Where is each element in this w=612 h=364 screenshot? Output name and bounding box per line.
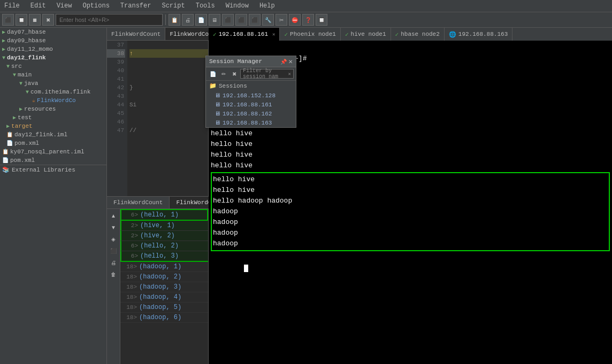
- session-manager-close[interactable]: ✕: [288, 59, 293, 65]
- terminal-tab-3[interactable]: ✓ hive node1: [341, 28, 391, 41]
- tree-item-pom1[interactable]: 📄 pom.xml: [0, 139, 106, 148]
- folder-icon: ▶: [13, 114, 16, 121]
- output-btn-6[interactable]: 🗑: [109, 270, 118, 280]
- tree-item-test[interactable]: ▶ test: [0, 113, 106, 122]
- session-item-4[interactable]: 🖥 192.168.88.163: [206, 118, 296, 127]
- tree-item-day07[interactable]: ▶ day07_hbase: [0, 28, 106, 36]
- row-num: 6>: [121, 241, 140, 251]
- tree-item-java[interactable]: ▼ java: [0, 79, 106, 88]
- toolbar-btn-12[interactable]: 🔧: [262, 14, 274, 26]
- toolbar-btn-5[interactable]: 📋: [169, 14, 180, 26]
- output-btn-4[interactable]: ⬛: [109, 246, 118, 256]
- toolbar-btn-11[interactable]: ⬛: [249, 14, 261, 26]
- menu-tools[interactable]: Tools: [194, 1, 217, 11]
- tree-item-ky07iml[interactable]: 📋 ky07_nosql_parent.iml: [0, 148, 106, 156]
- tab-check: ✓: [213, 31, 217, 38]
- toolbar-btn-15[interactable]: ❓: [302, 14, 314, 26]
- sm-btn-1[interactable]: 📄: [208, 69, 218, 79]
- menu-bar: File Edit View Options Transfer Script T…: [0, 0, 612, 12]
- terminal-tab-1[interactable]: ✓ 192.168.88.161 ✕: [209, 28, 280, 41]
- toolbar-btn-9[interactable]: ⬛: [222, 14, 234, 26]
- toolbar-btn-1[interactable]: ⬛: [2, 14, 14, 26]
- line-num-46: 46: [107, 118, 125, 126]
- terminal-tab-4[interactable]: ✓ hbase node2: [391, 28, 445, 41]
- menu-help[interactable]: Help: [257, 1, 277, 11]
- menu-file[interactable]: File: [2, 1, 22, 11]
- toolbar-btn-6[interactable]: 🖨: [182, 14, 194, 26]
- tree-item-day12iml[interactable]: 📋 day12_flink.iml: [0, 130, 106, 139]
- toolbar-btn-16[interactable]: 🔲: [316, 14, 327, 26]
- terminal-tab-2[interactable]: ✓ Phoenix node1: [280, 28, 340, 41]
- bottom-tab-1[interactable]: FlinkWordCount: [107, 197, 170, 208]
- tab-close[interactable]: ✕: [272, 32, 275, 37]
- row-num: 6>: [121, 210, 140, 220]
- xml-file-icon: 📄: [2, 157, 9, 164]
- session-manager-toolbar: 📄 ✏ ✖ Filter by session nam ✕: [206, 67, 296, 81]
- tree-label: pom.xml: [14, 140, 39, 146]
- session-ip: 192.168.88.161: [223, 102, 272, 108]
- toolbar-btn-7[interactable]: 📄: [195, 14, 207, 26]
- external-libraries[interactable]: 📚 External Libraries: [0, 165, 106, 174]
- session-manager-pin[interactable]: 📌: [280, 59, 287, 65]
- line-num-44: 44: [107, 100, 125, 109]
- toolbar-btn-13[interactable]: ✂: [276, 14, 287, 26]
- session-icon: 🖥: [215, 101, 220, 108]
- code-area[interactable]: ↑ } Si //: [127, 41, 208, 196]
- tree-item-resources[interactable]: ▶ resources: [0, 105, 106, 113]
- menu-window[interactable]: Window: [224, 1, 251, 11]
- tree-label: day12_flink: [7, 55, 46, 61]
- row-num: 18>: [120, 303, 139, 312]
- menu-transfer[interactable]: Transfer: [118, 1, 154, 11]
- toolbar-btn-10[interactable]: ⬛: [235, 14, 247, 26]
- tree-item-main[interactable]: ▼ main: [0, 71, 106, 79]
- host-input[interactable]: [56, 14, 163, 26]
- tree-item-flinkwordco[interactable]: ☕ FlinkWordCo: [0, 96, 106, 105]
- code-line-44: Si: [129, 100, 208, 109]
- session-item-1[interactable]: 🖥 192.168.152.128: [206, 91, 296, 100]
- tree-label: com.itheima.flink: [30, 89, 90, 95]
- filter-close-icon[interactable]: ✕: [288, 71, 291, 77]
- output-row-5: 6> (hello, 3): [120, 251, 208, 262]
- terminal-tab-5[interactable]: 🌐 192.168.88.163: [445, 28, 512, 41]
- toolbar-btn-4[interactable]: ✖: [42, 14, 54, 26]
- tree-label: day11_12_momo: [7, 46, 53, 52]
- editor-tab-1[interactable]: FlinkWordCount: [107, 28, 165, 40]
- menu-edit[interactable]: Edit: [28, 1, 48, 11]
- session-item-2[interactable]: 🖥 192.168.88.161: [206, 100, 296, 109]
- tree-item-day11[interactable]: ▶ day11_12_momo: [0, 45, 106, 53]
- session-icon: 🖥: [215, 119, 220, 126]
- toolbar-btn-14[interactable]: ⛔: [289, 14, 301, 26]
- tab-globe: 🌐: [449, 31, 456, 38]
- tree-item-pom2[interactable]: 📄 pom.xml: [0, 156, 106, 165]
- output-btn-3[interactable]: ◈: [109, 235, 118, 244]
- tree-item-com[interactable]: ▼ com.itheima.flink: [0, 88, 106, 96]
- toolbar-btn-3[interactable]: ⏹: [29, 14, 41, 26]
- output-down-btn[interactable]: ▼: [109, 223, 118, 233]
- session-item-3[interactable]: 🖥 192.168.88.162: [206, 109, 296, 118]
- session-manager: Session Manager 📌 ✕ 📄 ✏ ✖ Filter by sess…: [205, 56, 296, 128]
- tree-label: java: [24, 80, 38, 87]
- session-icon: 🖥: [215, 92, 220, 99]
- output-up-btn[interactable]: ▲: [109, 211, 118, 221]
- tree-item-day09[interactable]: ▶ day09_hbase: [0, 36, 106, 45]
- toolbar-btn-2[interactable]: 🔲: [16, 14, 27, 26]
- tree-item-src[interactable]: ▼ src: [0, 62, 106, 71]
- menu-script[interactable]: Script: [159, 1, 187, 11]
- sm-btn-3[interactable]: ✖: [230, 69, 239, 79]
- menu-options[interactable]: Options: [80, 1, 111, 11]
- toolbar-btn-8[interactable]: 🖥: [209, 14, 220, 26]
- menu-view[interactable]: View: [55, 1, 74, 11]
- tree-item-day12[interactable]: ▼ day12_flink: [0, 53, 106, 62]
- session-filter[interactable]: Filter by session nam ✕: [240, 69, 294, 79]
- xml-file-icon: 📄: [6, 140, 13, 146]
- tree-item-target[interactable]: ▶ target: [0, 122, 106, 130]
- output-btn-5[interactable]: 🖨: [109, 258, 118, 268]
- line-num-37: 37: [107, 41, 125, 49]
- tree-label: target: [11, 123, 33, 129]
- line-num-45: 45: [107, 109, 125, 118]
- sm-btn-2[interactable]: ✏: [219, 69, 228, 79]
- row-text: (hadoop, 4): [139, 292, 181, 302]
- terminal-highlighted-block: hello hive hello hive hello hadoop hadoo…: [211, 172, 610, 251]
- session-ip: 192.168.152.128: [223, 92, 276, 99]
- sessions-label: 📁 Sessions: [206, 81, 296, 91]
